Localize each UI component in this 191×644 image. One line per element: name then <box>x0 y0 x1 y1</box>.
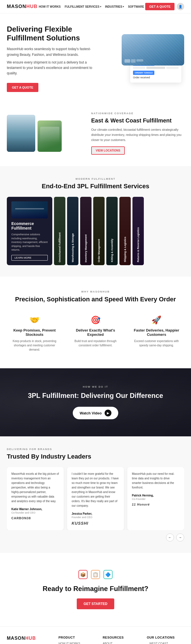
footer: MASONHUB We build the fulfillment compan… <box>0 626 191 644</box>
brand-logo-2: KUSSHI <box>72 521 119 526</box>
testimonials-headline: Trusted By Industry Leaders <box>7 453 184 460</box>
user-icon: 👤 <box>178 5 182 9</box>
nav-industries[interactable]: INDUSTRIES ▾ <box>105 5 124 8</box>
why-card-3: 🚀 Faster Deliveries, Happier Customers E… <box>129 312 184 355</box>
why-cards: 🤝 Keep Promises, Prevent Stockouts Keep … <box>7 312 184 355</box>
hero-headline: Delivering Flexible Fulfillment Solution… <box>7 25 93 42</box>
testimonial-card-1: MasonHub excels at the big picture of in… <box>7 467 64 530</box>
why-label: WHY MASONHUB <box>7 290 184 293</box>
coast-landscape-image <box>38 120 62 152</box>
prev-testimonial-button[interactable]: ← <box>166 533 174 541</box>
coast-images <box>7 115 84 152</box>
inventory-card[interactable]: Inventory Management <box>80 197 92 265</box>
hero-para2: We ensure every shipment is not just a d… <box>7 60 93 76</box>
hero-para1: MasonHub works seamlessly to support tod… <box>7 46 93 57</box>
footer-locations-col: OUR LOCATIONS WEST COAST FULFILLMENT CEN… <box>147 636 184 644</box>
footer-how-it-works[interactable]: HOW IT WORKS <box>59 642 96 644</box>
ecommerce-card[interactable]: Ecommerce Fulfillment Comprehensive solu… <box>7 197 52 265</box>
brand-logo-1: CARBON38 <box>11 516 59 520</box>
nav-how-it-works[interactable]: HOW IT WORKS <box>39 5 61 8</box>
testimonial-quote-3: MasonHub puts our need for real-time dat… <box>132 472 180 490</box>
testimonial-card-2: I couldn't be more grateful for the team… <box>67 467 124 530</box>
why-section: WHY MASONHUB Precision, Sophistication a… <box>0 277 191 369</box>
next-testimonial-button[interactable]: → <box>176 533 184 541</box>
warehousing-card[interactable]: Warehousing & Storage <box>67 197 78 265</box>
faster-deliveries-title: Faster Deliveries, Happier Customers <box>132 328 181 337</box>
inventory-label: Inventory Management <box>84 232 88 265</box>
brand-logo-3: 11 Honoré <box>132 503 180 506</box>
chevron-down-icon: ▾ <box>100 5 101 8</box>
brand-logo[interactable]: MASONHUB <box>7 4 38 9</box>
diamond-icon: 🔷 <box>105 572 111 577</box>
clipboard-icon: 📋 <box>93 572 98 577</box>
ecommerce-card-title: Ecommerce Fulfillment <box>11 221 48 230</box>
hero-cta-button[interactable]: GET A QUOTE <box>7 83 38 92</box>
deliver-exactly-icon: 🎯 <box>71 315 121 325</box>
kitting-label: Kitting & Assembly <box>111 236 114 265</box>
coast-headline: East & West Coast Fulfillment <box>91 117 184 124</box>
deliver-exactly-desc: Build trust and reputation through consi… <box>71 339 121 347</box>
testimonial-author-3: Patrick Herning, <box>132 494 180 497</box>
omnichannel-card[interactable]: Omnichannel Fulfillment <box>54 197 65 265</box>
why-card-2: 🎯 Deliver Exactly What's Expected Build … <box>68 312 123 355</box>
ecommerce-card-desc: Comprehensive solutions including wareho… <box>11 233 48 252</box>
footer-brand: MASONHUB We build the fulfillment compan… <box>7 636 52 644</box>
testimonial-title-1: Co-founder and CEO <box>11 511 59 514</box>
deliver-exactly-title: Deliver Exactly What's Expected <box>71 328 121 337</box>
footer-resources-col: RESOURCES ABOUT BLOG CONTACT GET PRICING <box>103 636 140 644</box>
services-headline: End-to-End 3PL Fulfillment Services <box>7 183 184 190</box>
footer-locations-title: OUR LOCATIONS <box>147 636 184 639</box>
order-badge: ORDER T290313 <box>133 71 154 75</box>
testimonials-label: DELIVERING FOR BRANDS <box>7 448 184 451</box>
footer-about[interactable]: ABOUT <box>103 642 140 644</box>
footer-product-col: PRODUCT HOW IT WORKS SERVICES DOCUMENTAT… <box>59 636 96 644</box>
get-started-button[interactable]: GET STARTED <box>77 598 114 609</box>
hero-aerial-image <box>122 34 184 66</box>
footer-resources-title: RESOURCES <box>103 636 140 639</box>
cta-headline: Ready to Reimagine Fulfillment? <box>7 585 184 593</box>
ecommerce-card-image <box>11 201 48 218</box>
returns-label: Returns & Reverse Logistics <box>137 224 140 265</box>
keep-promises-desc: Keep products in stock, preventing short… <box>10 339 59 352</box>
shipping-card[interactable]: Shipping & Logistics <box>119 197 131 265</box>
footer-west-coast[interactable]: WEST COAST FULFILLMENT CENTER <box>147 642 184 644</box>
order-mgmt-label: Order Management <box>97 236 101 265</box>
brand-name: MASONHUB <box>7 4 38 9</box>
watch-video-label: Watch Video <box>80 411 101 415</box>
cta-section: 📦 📋 🔷 Ready to Reimagine Fulfillment? GE… <box>0 553 191 626</box>
learn-more-button[interactable]: LEARN MORE <box>11 255 48 261</box>
order-status: Order received <box>133 76 178 79</box>
user-avatar[interactable]: 👤 <box>177 3 184 10</box>
nav-software[interactable]: SOFTWARE <box>128 5 144 8</box>
watch-video-button[interactable]: Watch Video ▶ <box>73 407 118 419</box>
nav-fulfillment[interactable]: FULFILLMENT SERVICES ▾ <box>65 5 101 8</box>
why-headline: Precision, Sophistication and Speed With… <box>7 295 184 304</box>
cta-icons: 📦 📋 🔷 <box>7 570 184 579</box>
get-quote-button[interactable]: GET A QUOTE <box>145 3 175 10</box>
testimonial-quote-1: MasonHub excels at the big picture of in… <box>11 472 59 504</box>
video-section: HOW WE DO IT 3PL Fulfillment: Delivering… <box>0 368 191 436</box>
testimonials-cards: MasonHub excels at the big picture of in… <box>7 467 184 530</box>
coast-section: NATIONWIDE COVERAGE East & West Coast Fu… <box>0 101 191 166</box>
returns-card[interactable]: Returns & Reverse Logistics <box>132 197 144 265</box>
omnichannel-label: Omnichannel Fulfillment <box>58 230 61 265</box>
coast-description: Our climate-controlled, bicoastal fulfil… <box>91 127 184 142</box>
shipping-label: Shipping & Logistics <box>124 234 127 265</box>
footer-top: MASONHUB We build the fulfillment compan… <box>7 636 184 644</box>
hero-text: Delivering Flexible Fulfillment Solution… <box>7 25 93 92</box>
view-locations-button[interactable]: VIEW LOCATIONS <box>91 146 125 155</box>
coast-building-image <box>7 115 35 152</box>
testimonial-title-3: Co-Founder <box>132 498 180 500</box>
services-label: MODERN FULFILLMENT <box>7 177 184 180</box>
testimonial-card-3: MasonHub puts our need for real-time dat… <box>127 467 184 530</box>
testimonial-title-2: Founder and CEO <box>72 516 119 519</box>
services-section: MODERN FULFILLMENT End-to-End 3PL Fulfil… <box>0 166 191 277</box>
footer-product-title: PRODUCT <box>59 636 96 639</box>
play-icon: ▶ <box>105 410 111 416</box>
kitting-card[interactable]: Kitting & Assembly <box>106 197 118 265</box>
faster-deliveries-desc: Exceed customer expectations with speedy… <box>132 339 181 347</box>
coast-text: NATIONWIDE COVERAGE East & West Coast Fu… <box>91 112 184 155</box>
cta-icon-2: 📋 <box>91 570 100 579</box>
order-mgmt-card[interactable]: Order Management <box>93 197 105 265</box>
testimonials-navigation: ← → <box>7 533 184 541</box>
